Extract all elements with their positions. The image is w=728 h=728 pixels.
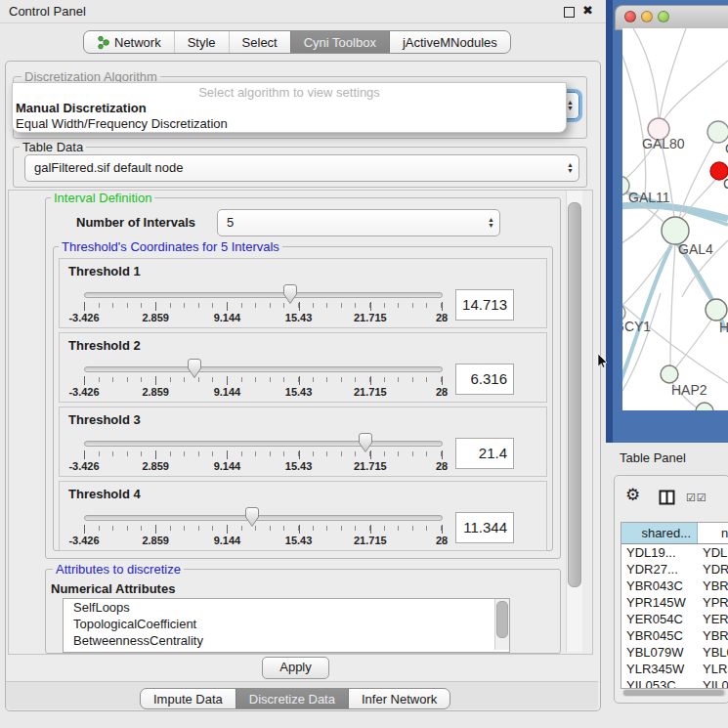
table-row[interactable]: YBR045CYBR0 (621, 627, 728, 644)
tick-label: 9.144 (214, 386, 241, 398)
mouse-cursor (597, 354, 608, 368)
table-rows: YDL19...YDL1YDR27...YDR2YBR043CYBR0YPR14… (621, 544, 728, 689)
algorithm-popup: Select algorithm to view settings Manual… (12, 82, 567, 133)
attribute-item[interactable]: SelfLoops (64, 599, 509, 616)
tab-infer-network[interactable]: Infer Network (348, 689, 450, 708)
major-tick (155, 302, 156, 311)
tick-label: 15.43 (285, 386, 313, 398)
network-node[interactable] (706, 299, 727, 321)
table-header-row: shared... n (621, 523, 728, 544)
network-edge (622, 243, 671, 306)
close-traffic-light-icon[interactable] (624, 11, 636, 22)
tick-labels: -3.4262.8599.14415.4321.71528 (84, 312, 442, 323)
attribute-item[interactable]: BetweennessCentrality (64, 632, 509, 649)
table-row[interactable]: YIL053CYIL0 (621, 677, 728, 689)
table-header-name[interactable]: n (698, 523, 728, 543)
tick-labels: -3.4262.8599.14415.4321.71528 (84, 386, 442, 398)
network-node[interactable] (662, 217, 689, 244)
tick-label: 21.715 (354, 460, 387, 472)
numerical-attributes-list[interactable]: SelfLoopsTopologicalCoefficientBetweenne… (63, 598, 510, 653)
tick-label: 28 (436, 312, 448, 323)
table-row[interactable]: YDR27...YDR2 (621, 561, 728, 578)
threshold-value-field[interactable]: 21.4 (455, 438, 514, 469)
table-row[interactable]: YDL19...YDL1 (621, 544, 728, 561)
table-cell: YBR0 (698, 578, 728, 594)
attribute-item[interactable]: TopologicalCoefficient (64, 616, 509, 632)
checkbox-icons[interactable]: ☑☑ (686, 492, 707, 504)
tab-cyni-toolbox-label: Cyni Toolbox (304, 35, 376, 50)
float-icon[interactable] (564, 7, 575, 18)
gear-icon[interactable]: ⚙ (625, 487, 640, 503)
table-row[interactable]: YBL079WYBL0 (621, 644, 728, 661)
tab-style[interactable]: Style (174, 31, 229, 53)
slider-track[interactable] (84, 292, 443, 298)
network-node[interactable] (707, 121, 728, 143)
tab-cyni-toolbox[interactable]: Cyni Toolbox (290, 31, 389, 53)
tab-network[interactable]: Network (84, 31, 174, 53)
threshold-row: Threshold 2 -3.4262.8599.14415.4321.7152… (59, 332, 547, 403)
table-row[interactable]: YPR145WYPR1 (621, 594, 728, 611)
major-tick (442, 376, 443, 385)
network-edge (622, 293, 661, 410)
apply-button[interactable]: Apply (262, 657, 329, 679)
network-node[interactable] (661, 365, 678, 383)
num-intervals-combobox[interactable]: 5 ▲▼ (217, 209, 500, 236)
network-node-label: HAP2 (671, 382, 707, 398)
network-node[interactable] (696, 403, 713, 410)
vertical-scrollbar-thumb[interactable] (568, 202, 581, 587)
threshold-row: Threshold 3 -3.4262.8599.14415.4321.7152… (59, 407, 547, 477)
columns-icon[interactable] (659, 490, 675, 505)
threshold-value-field[interactable]: 14.713 (455, 289, 514, 321)
major-tick (370, 302, 371, 311)
network-canvas[interactable]: GAL80GACGAL11GAL4GCY1HHAP2 (622, 28, 728, 410)
tab-select[interactable]: Select (229, 31, 290, 53)
close-icon[interactable]: ✖ (582, 3, 593, 18)
threshold-label: Threshold 3 (68, 412, 141, 427)
control-panel-title: Control Panel (9, 4, 86, 19)
application-window: Control Panel ✖ Network Style Select (0, 0, 728, 728)
table-cell: YER0 (698, 611, 728, 627)
network-icon (97, 35, 109, 50)
thresholds-group-title: Threshold's Coordinates for 5 Intervals (59, 239, 282, 254)
table-cell: YDR27... (621, 561, 698, 578)
table-cell: YBL0 (698, 644, 728, 661)
network-edge (622, 209, 659, 252)
threshold-value-field[interactable]: 6.316 (455, 364, 514, 395)
table-data-combobox[interactable]: galFiltered.sif default node ▲▼ (24, 154, 579, 182)
minimize-traffic-light-icon[interactable] (641, 11, 653, 22)
slider-track[interactable] (84, 441, 443, 447)
tick-label: 28 (436, 460, 448, 472)
table-row[interactable]: YBR043CYBR0 (621, 578, 728, 594)
tick-label: 21.715 (354, 312, 387, 323)
tick-labels: -3.4262.8599.14415.4321.71528 (84, 460, 442, 472)
network-node-label: GAL11 (628, 190, 670, 205)
slider-track[interactable] (84, 515, 443, 521)
major-tick (299, 525, 300, 534)
table-cell: YLR3 (698, 661, 728, 677)
table-cell: YER054C (621, 611, 698, 627)
tab-impute-data[interactable]: Impute Data (141, 689, 236, 708)
table-cell: YBR043C (621, 578, 698, 594)
major-tick (442, 302, 443, 311)
table-header-shared[interactable]: shared... (621, 523, 698, 543)
major-tick (227, 376, 228, 385)
tab-jactivemnodules[interactable]: jActiveMNodules (389, 31, 510, 53)
table-row[interactable]: YER054CYER0 (621, 611, 728, 627)
zoom-traffic-light-icon[interactable] (658, 11, 669, 22)
major-tick (155, 525, 156, 534)
major-ticks (84, 450, 442, 459)
tab-discretize-data[interactable]: Discretize Data (236, 689, 348, 708)
major-tick (442, 450, 443, 459)
threshold-label: Threshold 1 (68, 264, 141, 278)
threshold-list: Threshold 1 -3.4262.8599.14415.4321.7152… (59, 258, 547, 555)
threshold-value-field[interactable]: 11.344 (455, 512, 514, 543)
table-row[interactable]: YLR345WYLR3 (621, 661, 728, 677)
slider-track[interactable] (84, 366, 443, 372)
network-edge (660, 28, 686, 118)
table-hscrollbar-thumb[interactable] (623, 690, 724, 696)
list-scrollbar-thumb[interactable] (496, 601, 508, 638)
popup-item-equal-width[interactable]: Equal Width/Frequency Discretization (16, 116, 228, 131)
major-tick (227, 450, 228, 459)
popup-item-manual[interactable]: Manual Discretization (16, 101, 147, 115)
tick-label: 9.144 (214, 535, 241, 546)
